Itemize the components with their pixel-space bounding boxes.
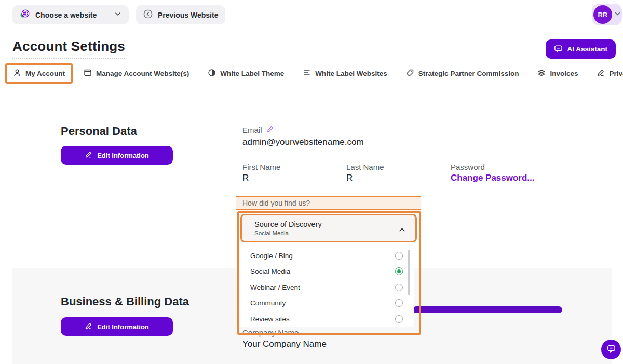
pencil-icon — [597, 69, 605, 78]
tab-manage-account-websites[interactable]: Manage Account Website(s) — [76, 63, 197, 84]
options-scrollbar[interactable] — [408, 250, 410, 295]
layers-icon — [537, 69, 546, 78]
select-label: Source of Discovery — [254, 220, 322, 228]
option-label: Community — [250, 299, 395, 307]
radio-button[interactable] — [395, 267, 403, 275]
tab-label: My Account — [25, 70, 65, 77]
select-selected-value: Social Media — [254, 230, 322, 236]
first-name-value: R — [242, 173, 249, 183]
avatar: RR — [593, 5, 612, 24]
tag-icon — [406, 69, 414, 78]
previous-website-button[interactable]: Previous Website — [136, 5, 225, 24]
edit-email-icon[interactable] — [266, 125, 274, 135]
email-field: Email — [242, 125, 274, 135]
company-name-value: Your Company Name — [242, 339, 327, 349]
edit-button-label: Edit Information — [97, 152, 149, 159]
chevron-up-icon — [398, 226, 406, 236]
tab-label: Manage Account Website(s) — [96, 70, 189, 77]
personal-data-title: Personal Data — [61, 125, 137, 138]
source-of-discovery-options: Google / Bing Social Media Webinar / Eve… — [239, 248, 414, 327]
tab-label: White Label Theme — [220, 70, 284, 77]
password-label: Password — [451, 163, 485, 171]
last-name-value: R — [346, 173, 353, 183]
arrow-left-circle-icon — [143, 9, 153, 20]
globe-icon — [20, 9, 30, 21]
edit-business-information-button[interactable]: Edit Information — [61, 317, 173, 336]
radio-button[interactable] — [395, 284, 403, 291]
tab-privacy-consents[interactable]: Privacy Consents — [589, 63, 623, 84]
email-value: admin@yourwebsitename.com — [242, 137, 364, 147]
business-data-title: Business & Billing Data — [61, 295, 189, 308]
option-google-bing[interactable]: Google / Bing — [239, 248, 414, 264]
align-lines-icon — [303, 69, 311, 78]
tab-invoices[interactable]: Invoices — [530, 63, 586, 84]
option-review-sites[interactable]: Review sites — [239, 311, 414, 327]
pencil-icon — [85, 151, 92, 160]
option-social-media[interactable]: Social Media — [239, 264, 414, 280]
contrast-icon — [208, 69, 216, 78]
chevron-down-icon — [614, 10, 621, 19]
settings-tab-bar: My Account Manage Account Website(s) Whi… — [0, 63, 623, 84]
chat-bubble-icon — [606, 344, 616, 355]
radio-button[interactable] — [395, 315, 403, 323]
account-settings-page: Choose a website Previous Website RR Acc… — [0, 0, 623, 364]
how-did-you-find-us-banner: How did you find us? — [236, 196, 421, 210]
tab-white-label-theme[interactable]: White Label Theme — [200, 63, 292, 84]
option-label: Google / Bing — [250, 252, 395, 260]
chat-bubble-icon — [554, 44, 563, 55]
choose-website-dropdown[interactable]: Choose a website — [12, 5, 129, 24]
tab-label: Strategic Partner Commission — [418, 70, 519, 77]
email-label: Email — [242, 126, 262, 134]
tab-label: Privacy Consents — [609, 70, 623, 77]
tab-white-label-websites[interactable]: White Label Websites — [295, 63, 395, 84]
option-webinar-event[interactable]: Webinar / Event — [239, 279, 414, 295]
chat-widget-button[interactable] — [601, 340, 621, 359]
option-label: Webinar / Event — [250, 284, 395, 291]
company-name-label: Company Name — [242, 328, 299, 337]
edit-personal-information-button[interactable]: Edit Information — [61, 146, 173, 165]
radio-button[interactable] — [395, 299, 403, 307]
source-of-discovery-select[interactable]: Source of Discovery Social Media — [240, 214, 417, 242]
user-icon — [13, 69, 21, 78]
ai-assistant-label: AI Assistant — [567, 45, 607, 53]
edit-button-label: Edit Information — [97, 323, 149, 331]
purple-divider-bar — [413, 306, 562, 313]
change-password-link[interactable]: Change Password... — [451, 173, 535, 183]
first-name-label: First Name — [242, 163, 280, 171]
choose-website-label: Choose a website — [35, 11, 97, 19]
ai-assistant-button[interactable]: AI Assistant — [546, 39, 616, 59]
page-title: Account Settings — [12, 38, 125, 59]
account-menu[interactable]: RR — [592, 4, 622, 25]
pencil-icon — [85, 322, 92, 331]
tab-strategic-partner-commission[interactable]: Strategic Partner Commission — [398, 63, 527, 84]
previous-website-label: Previous Website — [158, 11, 218, 19]
tab-label: White Label Websites — [315, 70, 387, 77]
topbar: Choose a website Previous Website RR — [0, 0, 623, 29]
option-label: Review sites — [250, 315, 395, 323]
browser-icon — [84, 69, 92, 78]
option-community[interactable]: Community — [239, 295, 414, 312]
chevron-down-icon — [114, 10, 121, 19]
option-label: Social Media — [250, 267, 395, 275]
tab-my-account[interactable]: My Account — [5, 63, 73, 84]
radio-button[interactable] — [395, 252, 403, 260]
tab-label: Invoices — [550, 70, 578, 77]
last-name-label: Last Name — [346, 163, 384, 171]
